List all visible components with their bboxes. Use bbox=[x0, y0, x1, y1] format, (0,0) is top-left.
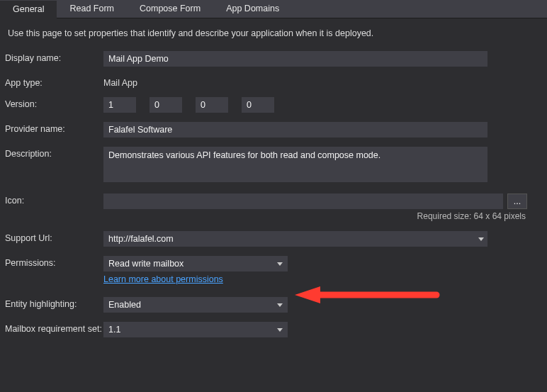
tab-general[interactable]: General bbox=[0, 0, 57, 18]
form-area: Display name: App type: Mail App Version… bbox=[0, 38, 547, 337]
mailbox-requirement-value: 1.1 bbox=[108, 325, 120, 335]
icon-browse-button[interactable]: ... bbox=[507, 194, 527, 209]
label-version: Version: bbox=[4, 97, 103, 109]
label-description: Description: bbox=[4, 147, 103, 159]
icon-size-hint: Required size: 64 x 64 pixels bbox=[417, 211, 526, 221]
chevron-down-icon bbox=[478, 237, 484, 241]
version-major-input[interactable] bbox=[103, 97, 136, 113]
label-app-type: App type: bbox=[4, 76, 103, 88]
chevron-down-icon bbox=[277, 328, 283, 332]
support-url-value: http://falafel.com bbox=[108, 234, 174, 244]
version-group bbox=[103, 97, 527, 113]
tab-app-domains[interactable]: App Domains bbox=[213, 0, 292, 18]
app-type-value: Mail App bbox=[103, 76, 527, 88]
icon-path-input[interactable] bbox=[103, 194, 503, 209]
label-permissions: Permissions: bbox=[4, 256, 103, 268]
ellipsis-icon: ... bbox=[514, 196, 521, 206]
entity-highlighting-select[interactable]: Enabled bbox=[103, 297, 288, 313]
chevron-down-icon bbox=[277, 262, 283, 266]
page-intro: Use this page to set properties that ide… bbox=[0, 18, 547, 38]
permissions-select[interactable]: Read write mailbox bbox=[103, 256, 288, 271]
provider-name-input[interactable] bbox=[103, 122, 487, 138]
version-minor-input[interactable] bbox=[150, 97, 182, 113]
tabstrip: General Read Form Compose Form App Domai… bbox=[0, 0, 547, 18]
label-support-url: Support Url: bbox=[4, 231, 103, 243]
tab-compose-form[interactable]: Compose Form bbox=[127, 0, 213, 18]
version-revision-input[interactable] bbox=[242, 97, 274, 113]
mailbox-requirement-select[interactable]: 1.1 bbox=[103, 322, 288, 337]
general-panel: General Read Form Compose Form App Domai… bbox=[0, 0, 547, 392]
display-name-input[interactable] bbox=[103, 51, 487, 67]
tab-read-form[interactable]: Read Form bbox=[57, 0, 127, 18]
permissions-value: Read write mailbox bbox=[108, 259, 184, 269]
version-build-input[interactable] bbox=[196, 97, 228, 113]
label-icon: Icon: bbox=[4, 194, 103, 206]
entity-highlighting-value: Enabled bbox=[108, 300, 141, 310]
label-entity-highlighting: Entity highlighting: bbox=[4, 297, 103, 309]
label-mailbox-requirement: Mailbox requirement set: bbox=[4, 322, 103, 334]
description-input[interactable] bbox=[103, 147, 487, 182]
permissions-learn-more-link[interactable]: Learn more about permissions bbox=[103, 274, 527, 284]
chevron-down-icon bbox=[277, 303, 283, 307]
label-provider-name: Provider name: bbox=[4, 122, 103, 134]
support-url-combobox[interactable]: http://falafel.com bbox=[103, 231, 487, 247]
label-display-name: Display name: bbox=[4, 51, 103, 63]
